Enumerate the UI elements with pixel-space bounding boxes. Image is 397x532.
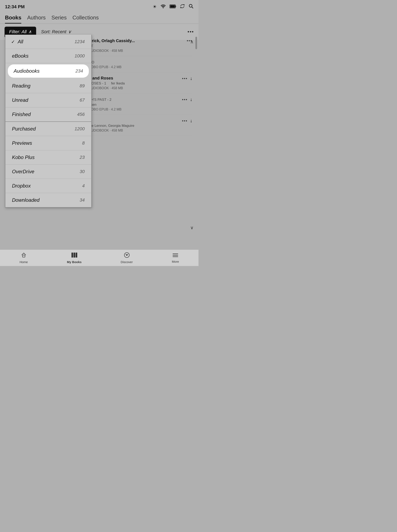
book-type-4: KOBO EPUB · 4.2 MB: [89, 108, 121, 111]
book-options-5[interactable]: •••: [182, 118, 187, 123]
tab-authors[interactable]: Authors: [27, 14, 46, 24]
filter-option-purchased[interactable]: Purchased 1200: [5, 122, 91, 136]
filter-option-overdrive[interactable]: OverDrive 30: [5, 165, 91, 179]
scroll-up-chevron[interactable]: ∧: [190, 39, 193, 45]
book-type-2: KOBO EPUB · 4.2 MB: [89, 65, 121, 69]
svg-rect-8: [76, 253, 77, 258]
more-options-button[interactable]: •••: [187, 29, 194, 35]
status-time: 12:34 PM: [5, 4, 25, 10]
filter-option-previews-count: 8: [82, 140, 85, 146]
filter-option-downloaded-count: 34: [80, 198, 85, 203]
svg-rect-7: [74, 253, 75, 258]
book-info-3: s and Roses ROSES - 1 fer Ikeda AUDIOBOO…: [89, 76, 125, 90]
sort-caret-icon: ∨: [68, 29, 71, 35]
filter-option-all[interactable]: ✓ All 1234: [5, 35, 91, 49]
home-icon: [21, 252, 27, 259]
download-icon-4[interactable]: ↓: [190, 97, 192, 102]
book-row-5: r ine Lennon, Georgia Maguire AUDIOBOOK …: [89, 115, 192, 136]
filter-option-reading[interactable]: Reading 89: [5, 79, 91, 93]
filter-option-ebooks-label: eBooks: [12, 53, 29, 59]
filter-option-unread-label: Unread: [12, 97, 28, 103]
nav-item-more[interactable]: More: [172, 252, 179, 263]
download-icon-3[interactable]: ↓: [190, 76, 192, 81]
filter-option-unread[interactable]: Unread 67: [5, 93, 91, 107]
battery-icon: [170, 4, 176, 10]
filter-option-finished-count: 456: [77, 112, 85, 117]
download-icon-5[interactable]: ↓: [190, 118, 192, 124]
filter-option-overdrive-label: OverDrive: [12, 169, 34, 174]
nav-mybooks-label: My Books: [67, 260, 82, 264]
tab-series[interactable]: Series: [51, 14, 67, 24]
book-type-3: AUDIOBOOK · 458 MB: [89, 86, 125, 90]
bg-book-list: Brick, Orlagh Cassidy... FT AUDIOBOOK · …: [89, 35, 192, 136]
filter-option-reading-label: Reading: [12, 83, 30, 89]
book-meta-4b: nsen: [89, 103, 121, 107]
book-info-5: r ine Lennon, Georgia Maguire AUDIOBOOK …: [89, 118, 134, 132]
filter-option-koboplus-label: Kobo Plus: [12, 155, 35, 160]
filter-option-purchased-label: Purchased: [12, 126, 36, 132]
scrollbar-track[interactable]: [195, 35, 198, 249]
status-icons: ☀: [153, 4, 193, 10]
mybooks-icon: [71, 252, 78, 259]
book-options-3[interactable]: •••: [182, 76, 187, 81]
filter-option-overdrive-count: 30: [80, 169, 85, 174]
filter-label: Filter: All: [9, 29, 27, 35]
filter-option-audiobooks-label: Audiobooks: [14, 68, 39, 74]
nav-more-label: More: [172, 260, 179, 263]
book-info-4: TH'S PAST - 2 nsen KOBO EPUB · 4.2 MB: [89, 97, 121, 111]
bottom-nav: Home My Books Discover More: [0, 249, 198, 266]
filter-option-dropbox-count: 4: [82, 183, 85, 189]
checkmark-icon: ✓: [11, 39, 15, 44]
brightness-icon: ☀: [153, 4, 157, 10]
scrollbar-thumb[interactable]: [195, 37, 197, 49]
svg-rect-2: [170, 5, 175, 8]
filter-dropdown: ✓ All 1234 eBooks 1000 Audiobooks 234 Re…: [5, 35, 92, 208]
filter-caret-icon: ∧: [28, 29, 32, 35]
filter-option-previews-label: Previews: [12, 140, 32, 146]
book-meta-3: ROSES - 1 fer Ikeda: [89, 81, 125, 86]
filter-option-dropbox-label: Dropbox: [12, 183, 31, 189]
filter-option-downloaded[interactable]: Downloaded 34: [5, 193, 91, 207]
discover-icon: [124, 252, 130, 259]
filter-option-finished-label: Finished: [12, 111, 31, 117]
book-options-4[interactable]: •••: [182, 97, 187, 102]
nav-item-home[interactable]: Home: [20, 252, 28, 264]
filter-option-reading-count: 89: [80, 83, 85, 89]
tab-books[interactable]: Books: [5, 14, 21, 24]
sort-label: Sort: Recent: [41, 29, 66, 35]
svg-line-4: [192, 7, 193, 8]
filter-option-downloaded-label: Downloaded: [12, 197, 39, 203]
filter-option-previews[interactable]: Previews 8: [5, 136, 91, 150]
nav-discover-label: Discover: [121, 260, 133, 264]
tab-collections[interactable]: Collections: [73, 14, 99, 24]
filter-option-ebooks-count: 1000: [74, 53, 85, 59]
book-row-1: Brick, Orlagh Cassidy... FT AUDIOBOOK · …: [89, 35, 192, 56]
book-title-partial-1: Brick, Orlagh Cassidy...: [89, 38, 135, 43]
book-meta-4a: TH'S PAST - 2: [89, 98, 121, 102]
filter-option-all-count: 1234: [74, 39, 85, 44]
nav-home-label: Home: [20, 260, 28, 264]
book-meta-2: GO: [89, 60, 121, 64]
nav-tabs: Books Authors Series Collections: [0, 12, 198, 24]
filter-option-koboplus[interactable]: Kobo Plus 23: [5, 150, 91, 165]
filter-option-purchased-count: 1200: [74, 126, 85, 131]
filter-option-ebooks[interactable]: eBooks 1000: [5, 49, 91, 63]
book-row-4: TH'S PAST - 2 nsen KOBO EPUB · 4.2 MB ••…: [89, 93, 192, 115]
sort-button[interactable]: Sort: Recent ∨: [41, 29, 71, 35]
book-row-3: s and Roses ROSES - 1 fer Ikeda AUDIOBOO…: [89, 73, 192, 93]
book-type-5: AUDIOBOOK · 458 MB: [89, 129, 134, 132]
filter-option-audiobooks-count: 234: [75, 68, 83, 74]
filter-option-dropbox[interactable]: Dropbox 4: [5, 179, 91, 193]
book-info-1: Brick, Orlagh Cassidy... FT AUDIOBOOK · …: [89, 38, 135, 53]
nav-item-discover[interactable]: Discover: [121, 252, 133, 264]
filter-option-koboplus-count: 23: [80, 155, 85, 160]
book-title-partial-3: s and Roses: [89, 76, 125, 80]
svg-rect-1: [175, 6, 176, 7]
book-meta-1: FT: [89, 44, 135, 48]
filter-option-finished[interactable]: Finished 456: [5, 107, 91, 122]
search-icon[interactable]: [189, 4, 193, 10]
book-title-partial-5: r: [89, 118, 134, 123]
scroll-down-chevron[interactable]: ∨: [190, 225, 193, 230]
filter-option-audiobooks[interactable]: Audiobooks 234: [8, 64, 89, 78]
nav-item-mybooks[interactable]: My Books: [67, 252, 82, 264]
